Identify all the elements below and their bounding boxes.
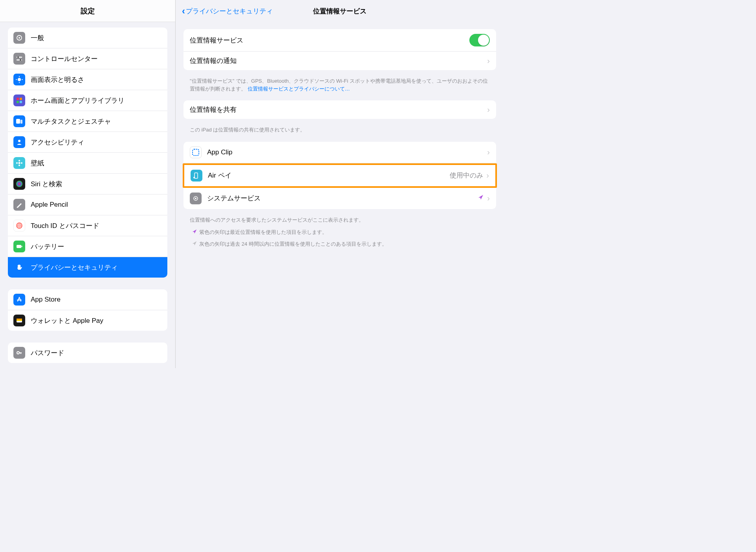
svg-point-1 [19, 37, 20, 39]
svg-rect-13 [17, 101, 19, 103]
sidebar-item-grid[interactable]: ホーム画面とアプリライブラリ [8, 90, 167, 111]
svg-point-25 [18, 224, 21, 228]
privacy-link[interactable]: 位置情報サービスとプライバシーについて… [248, 86, 350, 92]
sidebar: 設定 一般コントロールセンター画面表示と明るさホーム画面とアプリライブラリマルチ… [0, 0, 176, 368]
touchid-icon [13, 220, 25, 232]
main-header: ‹ プライバシーとセキュリティ 位置情報サービス [176, 0, 504, 22]
key-icon [13, 347, 25, 359]
airpay-status: 使用中のみ [450, 171, 483, 180]
system-services-label: システムサービス [207, 194, 478, 203]
svg-point-6 [18, 78, 21, 81]
svg-rect-31 [17, 320, 22, 321]
share-location-row[interactable]: 位置情報を共有 › [183, 100, 496, 119]
apps-group: App Clip › Air ペイ 使用中のみ › [183, 142, 496, 209]
sidebar-item-siri[interactable]: Siri と検索 [8, 174, 167, 194]
legend-gray: 灰色の矢印は過去 24 時間以内に位置情報を使用したことのある項目を示します。 [183, 239, 496, 249]
airpay-label: Air ペイ [208, 171, 450, 180]
sidebar-item-gear[interactable]: 一般 [8, 28, 167, 48]
wallet-icon [13, 315, 25, 326]
chevron-left-icon: ‹ [182, 6, 185, 17]
svg-rect-36 [195, 173, 198, 178]
sidebar-item-key[interactable]: パスワード [8, 343, 167, 363]
back-button[interactable]: ‹ プライバシーとセキュリティ [182, 6, 273, 17]
sidebar-item-sliders[interactable]: コントロールセンター [8, 48, 167, 69]
sidebar-item-label: Apple Pencil [31, 201, 68, 209]
system-services-row[interactable]: システムサービス › [183, 188, 496, 209]
location-alerts-label: 位置情報の通知 [190, 56, 487, 65]
sidebar-item-appstore[interactable]: App Store [8, 289, 167, 310]
sidebar-item-label: 壁紙 [31, 159, 44, 168]
sun-icon [13, 74, 25, 85]
back-label: プライバシーとセキュリティ [186, 7, 273, 16]
share-location-group: 位置情報を共有 › [183, 100, 496, 119]
sidebar-scroll[interactable]: 一般コントロールセンター画面表示と明るさホーム画面とアプリライブラリマルチタスク… [0, 22, 175, 368]
pencil-icon [13, 199, 25, 211]
appstore-icon [13, 294, 25, 306]
sidebar-item-label: パスワード [31, 348, 64, 358]
sidebar-item-pencil[interactable]: Apple Pencil [8, 194, 167, 215]
chevron-right-icon: › [487, 105, 490, 114]
sidebar-item-touchid[interactable]: Touch ID とパスコード [8, 215, 167, 236]
location-services-footer: "位置情報サービス" では、GPS、Bluetooth、クラウドソースの Wi-… [183, 74, 496, 100]
svg-point-18 [19, 162, 20, 164]
location-alerts-row[interactable]: 位置情報の通知 › [183, 52, 496, 70]
sidebar-item-hand[interactable]: プライバシーとセキュリティ [8, 257, 167, 278]
main-panel: ‹ プライバシーとセキュリティ 位置情報サービス 位置情報サービス 位置情報の通… [176, 0, 504, 368]
grid-icon [13, 94, 25, 106]
svg-point-26 [19, 225, 20, 226]
main-body[interactable]: 位置情報サービス 位置情報の通知 › "位置情報サービス" では、GPS、Blu… [176, 22, 504, 368]
location-arrow-purple-icon [190, 229, 199, 235]
svg-point-39 [195, 198, 196, 199]
page-title: 位置情報サービス [313, 7, 367, 16]
svg-point-21 [16, 162, 18, 164]
location-services-group: 位置情報サービス 位置情報の通知 › [183, 29, 496, 70]
sidebar-item-label: アクセシビリティ [31, 138, 84, 147]
location-services-row[interactable]: 位置情報サービス [183, 29, 496, 52]
chevron-right-icon: › [487, 56, 490, 65]
sidebar-item-label: ウォレットと Apple Pay [31, 316, 103, 325]
battery-icon [13, 241, 25, 252]
sidebar-item-flower[interactable]: 壁紙 [8, 153, 167, 174]
person-icon [13, 136, 25, 148]
svg-point-19 [19, 160, 20, 161]
svg-point-20 [19, 165, 20, 166]
gear-icon [13, 32, 25, 44]
airpay-icon [191, 170, 202, 182]
sidebar-item-label: コントロールセンター [31, 54, 98, 63]
svg-point-37 [193, 177, 195, 178]
flower-icon [13, 157, 25, 169]
share-location-footer: この iPad は位置情報の共有に使用されています。 [183, 123, 496, 142]
svg-point-4 [17, 56, 19, 58]
sidebar-item-person[interactable]: アクセシビリティ [8, 132, 167, 153]
hand-icon [13, 261, 25, 273]
share-location-label: 位置情報を共有 [190, 105, 487, 114]
airpay-highlight: Air ペイ 使用中のみ › [183, 163, 497, 188]
chevron-right-icon: › [487, 148, 490, 157]
svg-rect-15 [16, 119, 20, 124]
gear-icon [190, 193, 202, 204]
sidebar-item-label: バッテリー [31, 242, 64, 251]
svg-rect-28 [22, 246, 22, 247]
legend-purple: 紫色の矢印は最近位置情報を使用した項目を示します。 [183, 228, 496, 237]
multitask-icon [13, 115, 25, 127]
sidebar-item-sun[interactable]: 画面表示と明るさ [8, 69, 167, 90]
siri-icon [13, 178, 25, 190]
sidebar-title: 設定 [0, 0, 175, 22]
svg-rect-12 [20, 98, 22, 100]
sidebar-item-label: マルチタスクとジェスチャ [31, 117, 111, 126]
location-arrow-gray-icon [190, 241, 199, 247]
sidebar-item-battery[interactable]: バッテリー [8, 236, 167, 257]
svg-point-5 [20, 59, 21, 61]
sidebar-item-wallet[interactable]: ウォレットと Apple Pay [8, 310, 167, 331]
svg-rect-16 [20, 120, 22, 124]
chevron-right-icon: › [486, 171, 489, 180]
svg-rect-35 [193, 149, 199, 156]
sidebar-item-label: Siri と検索 [31, 180, 62, 189]
airpay-row[interactable]: Air ペイ 使用中のみ › [184, 165, 495, 186]
legend-purple-text: 紫色の矢印は最近位置情報を使用した項目を示します。 [199, 229, 327, 236]
app-clip-row[interactable]: App Clip › [183, 142, 496, 163]
sidebar-item-label: ホーム画面とアプリライブラリ [31, 96, 124, 105]
location-services-toggle[interactable] [469, 34, 490, 46]
sidebar-item-label: Touch ID とパスコード [31, 221, 99, 230]
sidebar-item-multitask[interactable]: マルチタスクとジェスチャ [8, 111, 167, 132]
